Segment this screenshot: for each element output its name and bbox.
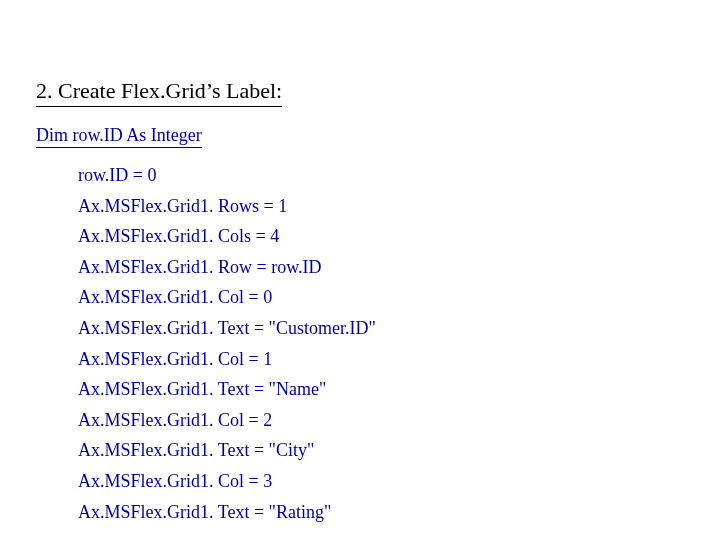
section-heading: 2. Create Flex.Grid’s Label:: [36, 78, 282, 107]
code-line: Ax.MSFlex.Grid1. Col = 2: [78, 405, 720, 436]
code-line: Ax.MSFlex.Grid1. Rows = 1: [78, 191, 720, 222]
declaration-line: Dim row.ID As Integer: [36, 125, 202, 148]
code-line: row.ID = 0: [78, 160, 720, 191]
code-line: Ax.MSFlex.Grid1. Row = row.ID: [78, 252, 720, 283]
code-line: Ax.MSFlex.Grid1. Col = 3: [78, 466, 720, 497]
code-line: Ax.MSFlex.Grid1. Text = "City": [78, 435, 720, 466]
code-line: Ax.MSFlex.Grid1. Col = 1: [78, 344, 720, 375]
code-line: Ax.MSFlex.Grid1. Text = "Rating": [78, 497, 720, 528]
code-line: Ax.MSFlex.Grid1. Text = "Name": [78, 374, 720, 405]
code-line: Ax.MSFlex.Grid1. Col = 0: [78, 282, 720, 313]
document-body: 2. Create Flex.Grid’s Label: Dim row.ID …: [0, 0, 720, 527]
code-line: Ax.MSFlex.Grid1. Cols = 4: [78, 221, 720, 252]
code-line: Ax.MSFlex.Grid1. Text = "Customer.ID": [78, 313, 720, 344]
